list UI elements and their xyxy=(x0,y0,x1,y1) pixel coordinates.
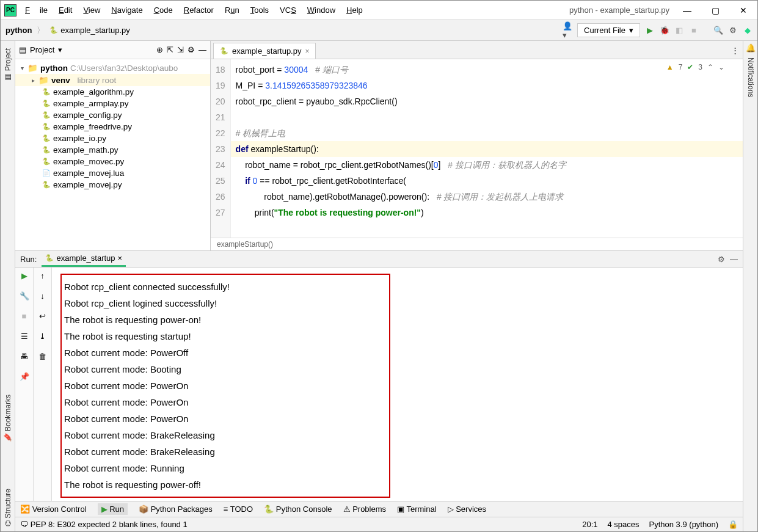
run-button[interactable]: ▶ xyxy=(645,26,655,35)
tree-file[interactable]: 🐍example_freedrive.py xyxy=(15,121,210,133)
tool-notifications[interactable]: Notifications xyxy=(745,53,756,102)
trash-icon[interactable]: 🗑 xyxy=(38,352,46,361)
tree-venv[interactable]: ▸ 📁 venv library root xyxy=(15,74,210,86)
run-config-selector[interactable]: Current File ▾ xyxy=(577,23,640,37)
folder-icon: 📁 xyxy=(38,75,49,85)
tree-file-label: example_math.py xyxy=(53,145,118,155)
tab-python-console[interactable]: 🐍 Python Console xyxy=(264,505,332,514)
settings-icon[interactable]: ⚙ xyxy=(188,45,195,54)
print-icon[interactable]: 🖶 xyxy=(20,352,28,361)
tree-file[interactable]: 📄example_movej.lua xyxy=(15,167,210,179)
tool-bookmarks[interactable]: 🔖 Bookmarks xyxy=(2,390,13,447)
indent-setting[interactable]: 4 spaces xyxy=(607,520,639,529)
python-file-icon: 🐍 xyxy=(42,134,51,142)
minimize-button[interactable]: — xyxy=(673,1,701,20)
toolbox-icon[interactable]: ◆ xyxy=(743,26,753,35)
tab-python-packages[interactable]: 📦 Python Packages xyxy=(139,505,213,514)
inspection-indicator[interactable]: ▲7 ✔3 ⌃ ⌄ xyxy=(666,63,724,71)
code-area[interactable]: ▲7 ✔3 ⌃ ⌄ 18192021222324252627 robot_por… xyxy=(211,59,743,238)
tool-project[interactable]: ▤ Project xyxy=(2,43,13,87)
chevron-down-icon[interactable]: ⌄ xyxy=(718,63,724,71)
scroll-to-end-icon[interactable]: ⤓ xyxy=(39,332,46,341)
tab-terminal[interactable]: ▣ Terminal xyxy=(397,505,437,514)
console-line: Robot current mode: PowerOn xyxy=(64,394,387,410)
hide-panel-icon[interactable]: — xyxy=(199,45,206,54)
tree-file[interactable]: 🐍example_armplay.py xyxy=(15,98,210,109)
settings-icon[interactable]: ⚙ xyxy=(728,26,738,35)
tree-file-label: example_movec.py xyxy=(53,157,124,166)
tab-version-control[interactable]: 🔀 Version Control xyxy=(20,505,87,514)
console-output[interactable]: Robot rcp_client connected successfully!… xyxy=(52,268,743,504)
tree-file[interactable]: 🐍example_movej.py xyxy=(15,179,210,191)
tree-file[interactable]: 🐍example_algorithm.py xyxy=(15,86,210,98)
close-tab-icon[interactable]: × xyxy=(305,47,309,56)
tree-file[interactable]: 🐍example_config.py xyxy=(15,109,210,121)
expand-toggle-icon[interactable]: ▾ xyxy=(19,65,25,71)
breadcrumb-file[interactable]: 🐍 example_startup.py xyxy=(49,26,129,35)
chevron-down-icon[interactable]: ▾ xyxy=(58,45,62,54)
lock-icon[interactable]: 🔒 xyxy=(728,520,738,529)
menu-refactor[interactable]: Refactor xyxy=(179,3,219,17)
user-icon[interactable]: 👤▾ xyxy=(563,26,572,35)
select-opened-icon[interactable]: ⊕ xyxy=(156,45,163,54)
menu-file[interactable]: File xyxy=(20,3,53,17)
folder-icon: 📁 xyxy=(27,63,38,73)
menu-edit[interactable]: Edit xyxy=(54,3,77,17)
pin-icon[interactable]: 📌 xyxy=(20,372,29,381)
tool-structure[interactable]: ⌬ Structure xyxy=(2,484,13,531)
tree-file[interactable]: 🐍example_math.py xyxy=(15,144,210,156)
menu-navigate[interactable]: Navigate xyxy=(106,3,147,17)
tree-root[interactable]: ▾ 📁 python C:\Users\fan3z\Desktop\aubo xyxy=(15,62,210,74)
maximize-button[interactable]: ▢ xyxy=(701,1,729,20)
menu-window[interactable]: Window xyxy=(302,3,340,17)
coverage-button[interactable]: ◧ xyxy=(674,26,684,35)
rerun-icon[interactable]: ▶ xyxy=(21,271,27,280)
soft-wrap-icon[interactable]: ↩ xyxy=(39,312,46,321)
tree-root-path: C:\Users\fan3z\Desktop\aubo xyxy=(70,64,178,73)
chevron-up-icon[interactable]: ⌃ xyxy=(707,63,713,71)
more-icon[interactable]: ⋮ xyxy=(727,42,743,59)
close-tab-icon[interactable]: × xyxy=(118,253,123,263)
tree-file-label: example_armplay.py xyxy=(53,99,129,108)
tab-services[interactable]: ▷ Services xyxy=(448,505,486,514)
down-icon[interactable]: ↓ xyxy=(40,291,45,301)
menu-vcs[interactable]: VCS xyxy=(275,3,301,17)
tree-file[interactable]: 🐍example_movec.py xyxy=(15,156,210,167)
menu-tools[interactable]: Tools xyxy=(246,3,274,17)
up-icon[interactable]: ↑ xyxy=(40,271,45,280)
tree-venv-label: venv xyxy=(51,76,70,85)
collapse-all-icon[interactable]: ⇲ xyxy=(177,45,184,54)
notifications-icon[interactable]: 🔔 xyxy=(746,43,756,53)
layout-icon[interactable]: ☰ xyxy=(21,332,28,341)
right-tool-gutter: 🔔 Notifications xyxy=(743,41,757,531)
wrench-icon[interactable]: 🔧 xyxy=(20,291,29,301)
console-line: Robot current mode: Running xyxy=(64,460,387,476)
tab-todo[interactable]: ≡ TODO xyxy=(224,505,253,514)
close-button[interactable]: ✕ xyxy=(729,1,757,20)
run-tab[interactable]: 🐍 example_startup × xyxy=(42,251,126,267)
stop-button[interactable]: ■ xyxy=(689,26,699,35)
interpreter[interactable]: Python 3.9 (python) xyxy=(649,520,718,529)
run-settings-icon[interactable]: ⚙ xyxy=(718,255,725,264)
status-event-icon[interactable]: 🗨 xyxy=(20,520,28,529)
expand-toggle-icon[interactable]: ▸ xyxy=(30,77,36,84)
debug-button[interactable]: 🐞 xyxy=(660,26,669,35)
code-lines[interactable]: robot_port = 30004 # 端口号 M_PI = 3.141592… xyxy=(231,59,743,238)
menu-run[interactable]: Run xyxy=(220,3,244,17)
console-line: Robot current mode: PowerOn xyxy=(64,377,387,394)
breadcrumb-root[interactable]: python xyxy=(5,26,32,35)
tab-run[interactable]: ▶ Run xyxy=(98,503,128,515)
caret-position[interactable]: 20:1 xyxy=(582,520,597,529)
expand-all-icon[interactable]: ⇱ xyxy=(167,45,173,54)
search-icon[interactable]: 🔍 xyxy=(713,26,723,35)
menu-code[interactable]: Code xyxy=(149,3,178,17)
stop-icon[interactable]: ■ xyxy=(22,312,27,321)
menubar: File Edit View Navigate Code Refactor Ru… xyxy=(20,3,368,17)
tab-problems[interactable]: ⚠ Problems xyxy=(343,505,387,514)
menu-help[interactable]: Help xyxy=(341,3,368,17)
editor-tab[interactable]: 🐍 example_startup.py × xyxy=(213,43,316,59)
tree-file[interactable]: 🐍example_io.py xyxy=(15,133,210,144)
hide-panel-icon[interactable]: — xyxy=(730,255,738,264)
editor-breadcrumb[interactable]: exampleStartup() xyxy=(211,238,743,250)
menu-view[interactable]: View xyxy=(78,3,105,17)
